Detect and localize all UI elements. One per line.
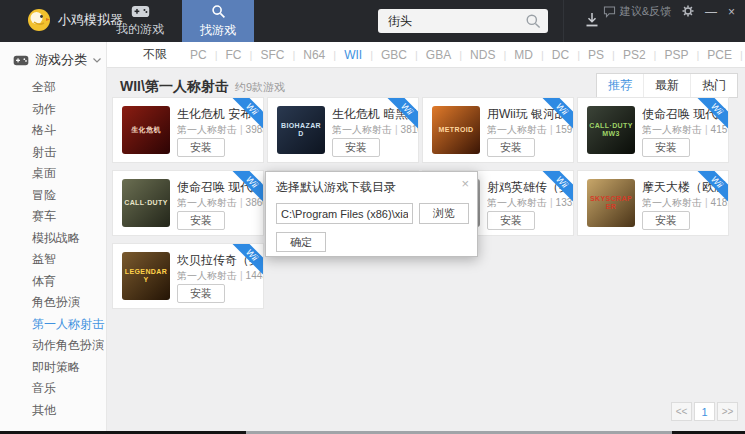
chevron-down-icon [93, 58, 101, 63]
platform-item-GBA[interactable]: GBA [418, 48, 459, 62]
sort-热门[interactable]: 热门 [690, 74, 737, 97]
game-genre: 第一人称射击 [177, 124, 237, 135]
game-thumbnail: LEGENDARY [122, 252, 170, 300]
wii-badge-icon: Wii [696, 170, 729, 203]
sidebar-item-冒险[interactable]: 冒险 [0, 185, 106, 207]
browse-button[interactable]: 浏览 [419, 203, 469, 224]
next-page-button[interactable]: >> [717, 402, 738, 421]
sidebar-item-全部[interactable]: 全部 [0, 77, 106, 99]
download-manager-icon[interactable] [582, 11, 602, 34]
sidebar-item-角色扮演[interactable]: 角色扮演 [0, 292, 106, 314]
gamepad-icon [13, 55, 29, 66]
platform-item-PC[interactable]: PC [182, 48, 215, 62]
search-tab-icon [211, 4, 226, 19]
sort-最新[interactable]: 最新 [643, 74, 690, 97]
game-card[interactable]: METROID用Wii玩 银河战士（...第一人称射击|1597.44...安装… [422, 97, 574, 163]
settings-gear-icon[interactable] [682, 5, 694, 19]
download-path-input[interactable] [276, 203, 413, 224]
topbar-divider [563, 0, 564, 42]
pagination: << 1 >> [671, 402, 738, 421]
install-button[interactable]: 安装 [487, 211, 535, 230]
sidebar-item-音乐[interactable]: 音乐 [0, 378, 106, 400]
install-button[interactable]: 安装 [332, 138, 380, 157]
platform-item-FC[interactable]: FC [218, 48, 250, 62]
search-input[interactable] [378, 9, 548, 33]
game-card[interactable]: CALL·DUTY MW3使命召唤 现代战争3...第一人称射击|4157.44… [577, 97, 729, 163]
sidebar-item-第一人称射击[interactable]: 第一人称射击 [0, 314, 106, 336]
topbar: 小鸡模拟器 我的游戏 找游戏 [0, 0, 745, 42]
platform-item-DC[interactable]: DC [544, 48, 577, 62]
platform-item-PS[interactable]: PS [580, 48, 612, 62]
platform-item-MD[interactable]: MD [506, 48, 541, 62]
game-card[interactable]: 生化危机生化危机 安布雷拉历...第一人称射击|3983.36...安装Wii [112, 97, 264, 163]
tab-my-games[interactable]: 我的游戏 [106, 0, 174, 42]
game-thumbnail: CALL·DUTY [122, 179, 170, 227]
wii-badge-icon: Wii [231, 97, 264, 130]
platform-item-GBC[interactable]: GBC [373, 48, 415, 62]
game-card[interactable]: SKYSCRAPER摩天大楼（欧版）第一人称射击|418.12MB安装Wii [577, 170, 729, 236]
page-title: WII\第一人称射击约9款游戏 [120, 78, 285, 96]
install-button[interactable]: 安装 [487, 138, 535, 157]
platform-item-NDS[interactable]: NDS [462, 48, 503, 62]
sidebar-item-其他[interactable]: 其他 [0, 400, 106, 422]
install-button[interactable]: 安装 [177, 284, 225, 303]
game-genre: 第一人称射击 [642, 197, 702, 208]
tab-my-games-label: 我的游戏 [116, 21, 164, 38]
dialog-title: 选择默认游戏下载目录 [276, 179, 396, 196]
platform-item-N64[interactable]: N64 [295, 48, 333, 62]
game-genre: 第一人称射击 [642, 124, 702, 135]
install-button[interactable]: 安装 [177, 211, 225, 230]
search-box [378, 9, 548, 33]
close-button[interactable]: × [728, 6, 735, 18]
install-button[interactable]: 安装 [642, 211, 690, 230]
sidebar-item-动作[interactable]: 动作 [0, 99, 106, 121]
game-thumbnail: 生化危机 [122, 106, 170, 154]
sidebar-item-赛车[interactable]: 赛车 [0, 206, 106, 228]
minimize-button[interactable]: — [705, 6, 717, 18]
chick-logo-icon [27, 8, 51, 32]
game-genre: 第一人称射击 [332, 124, 392, 135]
sidebar-item-模拟战略[interactable]: 模拟战略 [0, 228, 106, 250]
speech-bubble-icon [603, 6, 616, 18]
game-card[interactable]: LEGENDARY坎贝拉传奇（美版）第一人称射击|1443.84...安装Wii [112, 243, 264, 309]
search-icon[interactable] [525, 13, 541, 29]
feedback-label: 建议&反馈 [620, 4, 671, 19]
feedback-button[interactable]: 建议&反馈 [603, 4, 671, 19]
wii-badge-icon: Wii [696, 97, 729, 130]
page-title-text: WII\第一人称射击 [120, 78, 229, 94]
game-thumbnail: SKYSCRAPER [587, 179, 635, 227]
sidebar-item-体育[interactable]: 体育 [0, 271, 106, 293]
sidebar-item-格斗[interactable]: 格斗 [0, 120, 106, 142]
tab-find-games-label: 找游戏 [200, 22, 236, 39]
sidebar-item-动作角色扮演[interactable]: 动作角色扮演 [0, 335, 106, 357]
sidebar-header: 游戏分类 [0, 42, 106, 74]
game-genre: 第一人称射击 [177, 197, 237, 208]
game-card[interactable]: CALL·DUTY使命召唤 现代战争 反...第一人称射击|3860.48...… [112, 170, 264, 236]
wii-badge-icon: Wii [231, 170, 264, 203]
sort-tabs: 推荐最新热门 [596, 73, 738, 98]
wii-badge-icon: Wii [231, 243, 264, 276]
install-button[interactable]: 安装 [177, 138, 225, 157]
sidebar-item-即时策略[interactable]: 即时策略 [0, 357, 106, 379]
sidebar-item-益智[interactable]: 益智 [0, 249, 106, 271]
platform-item-SFC[interactable]: SFC [252, 48, 292, 62]
game-card[interactable]: BIOHAZARD生化危机 暗黑历代记...第一人称射击|3816.85...安… [267, 97, 419, 163]
platform-item-PCE[interactable]: PCE [699, 48, 740, 62]
wii-badge-icon: Wii [541, 170, 574, 203]
prev-page-button[interactable]: << [671, 402, 692, 421]
sort-推荐[interactable]: 推荐 [597, 74, 643, 97]
sidebar: 游戏分类 全部动作格斗射击桌面冒险赛车模拟战略益智体育角色扮演第一人称射击动作角… [0, 42, 107, 431]
titlebar-controls: 建议&反馈 — × [603, 4, 735, 19]
sidebar-item-桌面[interactable]: 桌面 [0, 163, 106, 185]
platform-item-不限[interactable]: 不限 [143, 46, 182, 63]
dialog-close-icon[interactable]: × [461, 176, 469, 191]
sidebar-item-射击[interactable]: 射击 [0, 142, 106, 164]
install-button[interactable]: 安装 [642, 138, 690, 157]
tab-find-games[interactable]: 找游戏 [182, 0, 254, 42]
current-page[interactable]: 1 [694, 402, 715, 421]
ok-button[interactable]: 确定 [276, 232, 326, 252]
platform-item-PSP[interactable]: PSP [656, 48, 696, 62]
platform-item-PS2[interactable]: PS2 [615, 48, 654, 62]
download-dir-dialog: 选择默认游戏下载目录 × 浏览 确定 [265, 171, 478, 257]
platform-item-WII[interactable]: WII [336, 48, 370, 62]
